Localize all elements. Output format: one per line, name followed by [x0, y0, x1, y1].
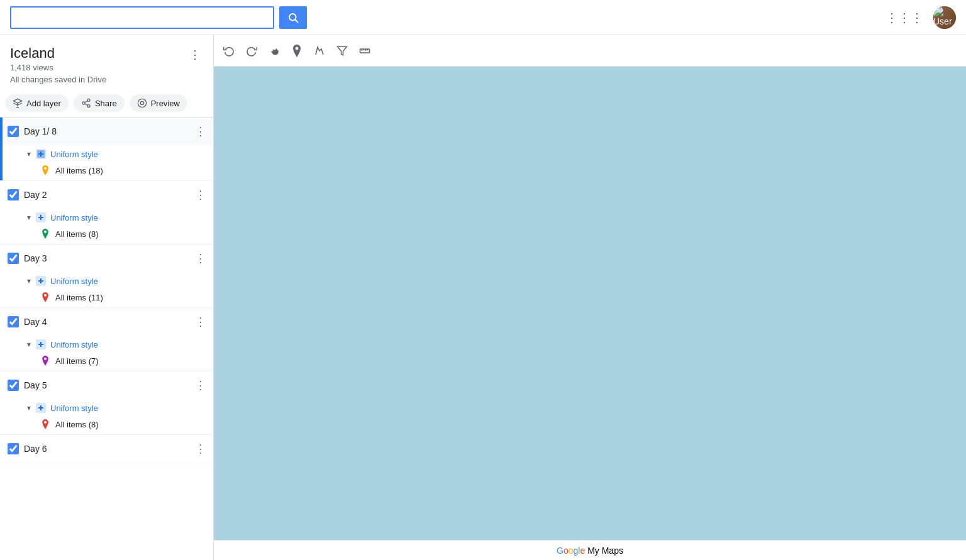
- all-items-day4[interactable]: All items (7): [23, 353, 208, 368]
- shape-tool-button[interactable]: [309, 41, 330, 61]
- collapse-arrow-day1: ▾: [23, 148, 35, 160]
- pin-tool-icon: [292, 45, 302, 57]
- svg-point-33: [296, 47, 299, 50]
- layer-day2: Day 2 ⋮ ▾ Uniform style: [0, 181, 213, 244]
- layer-day4-sub: ▾ Uniform style: [0, 336, 213, 371]
- redo-icon: [246, 45, 257, 57]
- add-layer-button[interactable]: Add layer: [5, 94, 69, 112]
- uniform-label-day1: Uniform style: [50, 150, 98, 159]
- google-footer: Google My Maps: [214, 540, 966, 560]
- layer-day5: Day 5 ⋮ ▾ Uniform style: [0, 371, 213, 435]
- map-container[interactable]: 54 47 48 36 30 32 633 635: [214, 35, 966, 560]
- layer-day5-checkbox[interactable]: [8, 380, 19, 391]
- svg-line-9: [85, 101, 88, 102]
- style-icon-day4: [35, 339, 47, 350]
- ruler-tool-button[interactable]: [355, 41, 375, 61]
- style-icon-day1: [35, 148, 47, 160]
- map-more-button[interactable]: ⋮: [187, 45, 203, 64]
- all-items-day5[interactable]: All items (8): [23, 417, 208, 432]
- add-layer-label: Add layer: [26, 99, 61, 108]
- layer-day3-more[interactable]: ⋮: [193, 251, 208, 266]
- layer-day2-checkbox[interactable]: [8, 189, 19, 200]
- map-toolbar: [214, 35, 966, 67]
- uniform-style-day3[interactable]: ▾ Uniform style: [23, 272, 208, 290]
- layer-day1-more[interactable]: ⋮: [193, 124, 208, 139]
- layer-day6-name: Day 6: [24, 444, 193, 454]
- layer-day1: Day 1/ 8 ⋮ ▾ Uniform style: [0, 118, 213, 181]
- style-icon-day2: [35, 212, 47, 223]
- all-items-day1[interactable]: All items (18): [23, 163, 208, 178]
- hand-icon: [269, 45, 280, 57]
- uniform-style-day4[interactable]: ▾ Uniform style: [23, 336, 208, 353]
- pin-icon-day2: [40, 229, 50, 239]
- pin-tool-button[interactable]: [287, 41, 307, 61]
- add-layer-icon: [13, 98, 23, 108]
- layer-day5-sub: ▾ Uniform style: [0, 399, 213, 434]
- map-views: 1,418 views: [10, 63, 55, 72]
- layer-day4-more[interactable]: ⋮: [193, 314, 208, 329]
- share-icon: [81, 98, 91, 108]
- all-items-day2[interactable]: All items (8): [23, 226, 208, 241]
- uniform-label-day3: Uniform style: [50, 277, 98, 286]
- svg-point-16: [44, 167, 47, 170]
- layer-day2-sub: ▾ Uniform style: [0, 209, 213, 244]
- footer-o2: o: [569, 546, 574, 556]
- apps-icon[interactable]: ⋮⋮⋮: [886, 10, 923, 25]
- layer-day6-more[interactable]: ⋮: [193, 441, 208, 456]
- undo-button[interactable]: [219, 41, 239, 61]
- layer-day6-checkbox[interactable]: [8, 443, 19, 454]
- all-items-label-day5: All items (8): [55, 420, 99, 429]
- footer-o1: o: [564, 546, 569, 556]
- svg-point-32: [44, 421, 47, 424]
- preview-icon: [137, 98, 147, 108]
- svg-line-1: [295, 19, 297, 22]
- svg-point-10: [138, 99, 146, 107]
- sidebar-actions: Add layer Share: [0, 89, 213, 118]
- footer-mymaps: My Maps: [585, 546, 623, 556]
- svg-point-20: [44, 231, 47, 233]
- uniform-style-day5[interactable]: ▾ Uniform style: [23, 399, 208, 417]
- top-right-icons: ⋮⋮⋮: [886, 6, 956, 29]
- svg-marker-2: [13, 99, 21, 103]
- footer-text: Google My Maps: [557, 546, 623, 556]
- svg-point-6: [82, 102, 85, 104]
- map-saved-status: All changes saved in Drive: [10, 75, 203, 84]
- layer-day3: Day 3 ⋮ ▾ Uniform style: [0, 244, 213, 308]
- layer-day5-name: Day 5: [24, 380, 193, 390]
- search-input[interactable]: [10, 6, 274, 29]
- layer-day4: Day 4 ⋮ ▾ Uniform style: [0, 308, 213, 371]
- share-button[interactable]: Share: [74, 94, 125, 112]
- layer-day1-header[interactable]: Day 1/ 8 ⋮: [0, 118, 213, 145]
- uniform-label-day5: Uniform style: [50, 404, 98, 413]
- pin-icon-day4: [40, 356, 50, 366]
- layer-day2-header[interactable]: Day 2 ⋮: [0, 181, 213, 209]
- layer-day3-header[interactable]: Day 3 ⋮: [0, 244, 213, 272]
- collapse-arrow-day3: ▾: [23, 275, 35, 287]
- pin-icon-day1: [40, 165, 50, 175]
- all-items-label-day4: All items (7): [55, 356, 99, 366]
- ruler-icon: [359, 45, 370, 57]
- preview-button[interactable]: Preview: [130, 94, 187, 112]
- layer-day4-checkbox[interactable]: [8, 316, 19, 327]
- footer-g: G: [557, 546, 564, 556]
- layer-day2-more[interactable]: ⋮: [193, 187, 208, 202]
- layer-day6-header[interactable]: Day 6 ⋮: [0, 435, 213, 463]
- layer-day3-name: Day 3: [24, 253, 193, 263]
- layer-day1-checkbox[interactable]: [8, 126, 19, 137]
- layer-day3-checkbox[interactable]: [8, 253, 19, 264]
- search-button[interactable]: [279, 6, 307, 29]
- map-title: Iceland: [10, 45, 55, 62]
- uniform-style-day1[interactable]: ▾ Uniform style: [23, 145, 208, 163]
- layer-day4-header[interactable]: Day 4 ⋮: [0, 308, 213, 336]
- uniform-style-day2[interactable]: ▾ Uniform style: [23, 209, 208, 226]
- redo-button[interactable]: [242, 41, 262, 61]
- hand-tool-button[interactable]: [264, 41, 284, 61]
- all-items-day3[interactable]: All items (11): [23, 290, 208, 305]
- avatar[interactable]: [933, 6, 956, 29]
- all-items-label-day3: All items (11): [55, 293, 103, 302]
- all-items-label-day2: All items (8): [55, 229, 99, 239]
- layer-day5-more[interactable]: ⋮: [193, 378, 208, 393]
- collapse-arrow-day5: ▾: [23, 402, 35, 414]
- filter-tool-button[interactable]: [332, 41, 352, 61]
- layer-day5-header[interactable]: Day 5 ⋮: [0, 371, 213, 399]
